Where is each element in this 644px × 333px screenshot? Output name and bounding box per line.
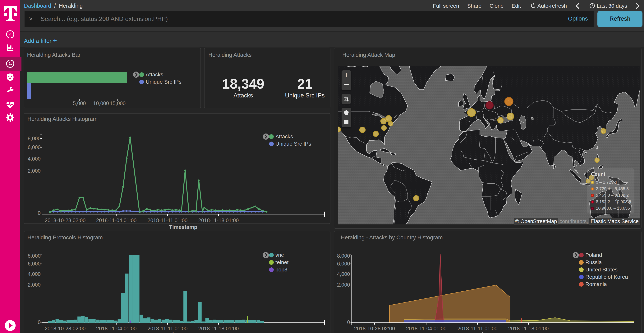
svg-text:Timestamp: Timestamp: [169, 331, 197, 333]
svg-text:6,000: 6,000: [337, 261, 350, 267]
svg-text:2018-11-04 01:00: 2018-11-04 01:00: [406, 326, 446, 331]
svg-text:2018-11-11 01:00: 2018-11-11 01:00: [148, 217, 188, 223]
svg-text:8,000: 8,000: [28, 253, 41, 259]
svg-text:15,000: 15,000: [110, 101, 126, 106]
svg-text:Timestamp: Timestamp: [169, 224, 197, 230]
svg-text:2018-10-28 02:00: 2018-10-28 02:00: [45, 217, 86, 223]
svg-text:0: 0: [38, 210, 41, 216]
svg-text:2018-10-28 02:00: 2018-10-28 02:00: [354, 326, 395, 331]
svg-text:Timestamp: Timestamp: [478, 331, 506, 333]
svg-text:8,000: 8,000: [337, 253, 350, 259]
svg-text:2018-11-18 01:00: 2018-11-18 01:00: [198, 326, 239, 331]
svg-text:8,000: 8,000: [28, 136, 41, 141]
svg-text:2018-11-04 01:00: 2018-11-04 01:00: [96, 217, 136, 223]
svg-text:2018-10-28 02:00: 2018-10-28 02:00: [45, 326, 86, 331]
svg-text:4,000: 4,000: [28, 271, 41, 277]
svg-text:10,000: 10,000: [93, 101, 109, 106]
svg-text:2018-11-18 01:00: 2018-11-18 01:00: [508, 326, 548, 331]
svg-text:6,000: 6,000: [28, 261, 41, 267]
svg-text:0: 0: [38, 319, 41, 325]
svg-text:2018-11-04 01:00: 2018-11-04 01:00: [96, 326, 136, 331]
svg-text:0: 0: [347, 319, 350, 325]
svg-text:5,000: 5,000: [73, 101, 86, 106]
svg-text:4,000: 4,000: [337, 271, 350, 277]
svg-text:2,000: 2,000: [28, 168, 41, 174]
svg-text:2018-11-11 01:00: 2018-11-11 01:00: [148, 326, 188, 331]
svg-text:2018-11-18 01:00: 2018-11-18 01:00: [198, 217, 239, 223]
svg-text:2,000: 2,000: [28, 282, 41, 288]
svg-text:6,000: 6,000: [28, 144, 41, 150]
svg-text:2018-11-11 01:00: 2018-11-11 01:00: [457, 326, 498, 331]
svg-text:2,000: 2,000: [337, 282, 350, 288]
svg-text:4,000: 4,000: [28, 156, 41, 162]
